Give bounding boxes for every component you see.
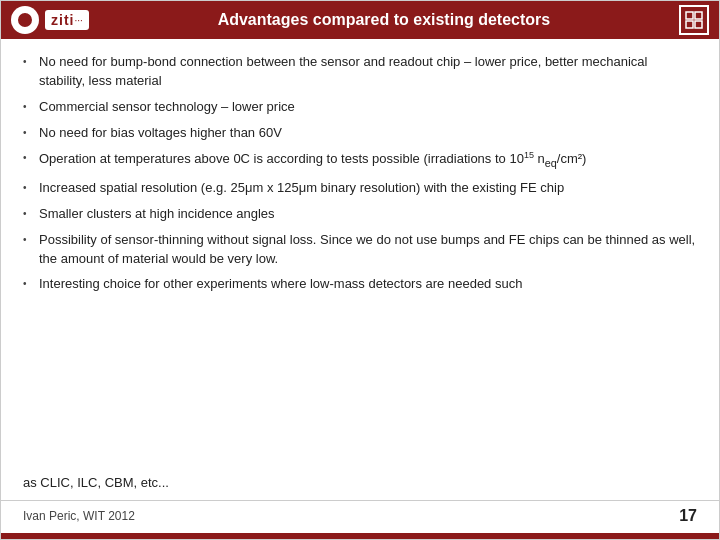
footer-author: Ivan Peric, WIT 2012 <box>23 509 135 523</box>
slide: ziti ··· Advantages compared to existing… <box>0 0 720 540</box>
svg-rect-1 <box>695 12 702 19</box>
bullet-text: No need for bump-bond connection between… <box>39 53 697 91</box>
page-number: 17 <box>679 507 697 525</box>
list-item: • No need for bias voltages higher than … <box>23 124 697 143</box>
svg-rect-0 <box>686 12 693 19</box>
bullet-text: No need for bias voltages higher than 60… <box>39 124 697 143</box>
list-item: • Increased spatial resolution (e.g. 25μ… <box>23 179 697 198</box>
bullet-dot: • <box>23 277 39 292</box>
header: ziti ··· Advantages compared to existing… <box>1 1 719 39</box>
header-logo: ziti ··· <box>11 6 89 34</box>
bullet-dot: • <box>23 181 39 196</box>
bullet-text: Possibility of sensor-thinning without s… <box>39 231 697 269</box>
slide-title: Advantages compared to existing detector… <box>89 11 679 29</box>
logo-circle <box>11 6 39 34</box>
logo-ziti-text: ziti <box>51 12 74 28</box>
logo-dots: ··· <box>74 15 82 26</box>
grid-icon <box>679 5 709 35</box>
clic-text: as CLIC, ILC, CBM, etc... <box>23 475 697 490</box>
bullet-text: Increased spatial resolution (e.g. 25μm … <box>39 179 697 198</box>
list-item: • Interesting choice for other experimen… <box>23 275 697 294</box>
bullet-text: Smaller clusters at high incidence angle… <box>39 205 697 224</box>
logo-circle-inner <box>15 10 35 30</box>
bullet-dot: • <box>23 100 39 115</box>
svg-rect-2 <box>686 21 693 28</box>
bullet-text: Operation at temperatures above 0C is ac… <box>39 149 697 172</box>
bullet-dot: • <box>23 233 39 248</box>
svg-rect-3 <box>695 21 702 28</box>
list-item: • Commercial sensor technology – lower p… <box>23 98 697 117</box>
list-item: • Operation at temperatures above 0C is … <box>23 149 697 172</box>
logo-ziti: ziti ··· <box>45 10 89 30</box>
bullet-dot: • <box>23 55 39 70</box>
bullet-dot: • <box>23 126 39 141</box>
bullet-dot: • <box>23 151 39 166</box>
bottom-bar <box>1 533 719 539</box>
footer: Ivan Peric, WIT 2012 17 <box>1 500 719 533</box>
bullet-dot: • <box>23 207 39 222</box>
bullet-text: Commercial sensor technology – lower pri… <box>39 98 697 117</box>
bullet-list: • No need for bump-bond connection betwe… <box>23 53 697 469</box>
list-item: • No need for bump-bond connection betwe… <box>23 53 697 91</box>
content: • No need for bump-bond connection betwe… <box>1 39 719 500</box>
list-item: • Possibility of sensor-thinning without… <box>23 231 697 269</box>
list-item: • Smaller clusters at high incidence ang… <box>23 205 697 224</box>
bullet-text: Interesting choice for other experiments… <box>39 275 697 294</box>
